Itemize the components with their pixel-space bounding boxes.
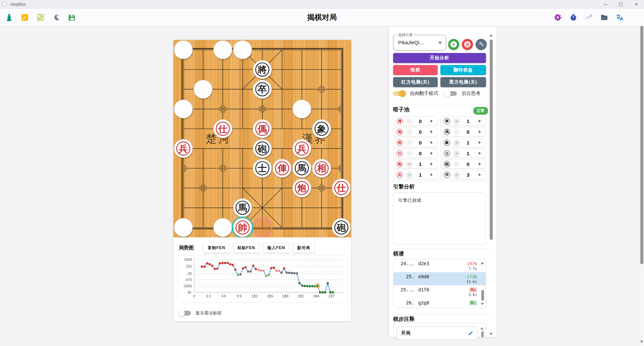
increment-button[interactable]: + — [476, 161, 483, 167]
increment-button[interactable]: + — [428, 150, 434, 157]
decrement-button[interactable]: − — [406, 172, 413, 178]
chart-point[interactable] — [219, 262, 221, 265]
chart-point[interactable] — [260, 270, 262, 272]
chart-point[interactable] — [247, 270, 249, 273]
chart-point[interactable] — [306, 285, 308, 287]
free-flip-mode-toggle[interactable] — [393, 91, 405, 96]
piece-black[interactable]: 馬 — [233, 198, 253, 218]
engine-analysis-box[interactable]: 引擎已就绪 — [393, 192, 486, 245]
chart-point[interactable] — [301, 284, 303, 287]
decrement-button[interactable]: − — [453, 150, 460, 157]
save-icon[interactable] — [68, 13, 76, 22]
chart-point[interactable] — [273, 267, 275, 269]
chart-point[interactable] — [245, 266, 247, 269]
flip-board-button[interactable]: 翻转棋盘 — [440, 65, 486, 75]
chart-point[interactable] — [298, 282, 301, 285]
main-scroll-down-icon[interactable] — [640, 341, 643, 343]
chart-point[interactable] — [288, 272, 290, 274]
engine-stop-button[interactable] — [462, 39, 473, 50]
piece-black[interactable]: 馬 — [292, 159, 312, 179]
chart-point[interactable] — [209, 263, 211, 266]
chart-point[interactable] — [332, 291, 334, 294]
chart-point[interactable] — [229, 263, 231, 266]
hidden-piece[interactable] — [214, 218, 233, 237]
increment-button[interactable]: + — [428, 172, 434, 178]
chart-point[interactable] — [293, 272, 296, 274]
piece-red[interactable]: 仕 — [332, 179, 351, 198]
increment-button[interactable]: + — [476, 129, 483, 135]
chart-point[interactable] — [226, 262, 229, 264]
decrement-button[interactable]: − — [453, 118, 460, 124]
engine-play-button[interactable] — [448, 39, 459, 50]
increment-button[interactable]: + — [476, 150, 483, 157]
main-scrollbar-track[interactable] — [639, 9, 644, 346]
piece-red[interactable]: 帥 — [232, 217, 253, 237]
chart-point[interactable] — [214, 268, 216, 270]
piece-red[interactable]: 炮 — [292, 179, 312, 198]
increment-button[interactable]: + — [428, 139, 434, 146]
decrement-button[interactable]: − — [406, 161, 413, 167]
timer-icon[interactable] — [569, 13, 578, 22]
decrement-button[interactable]: − — [406, 139, 413, 146]
chart-point[interactable] — [239, 273, 241, 276]
chart-point[interactable] — [242, 267, 244, 270]
input-fen-button[interactable]: 输入FEN — [263, 243, 289, 253]
chess-piece-icon[interactable] — [5, 13, 13, 22]
chart-point[interactable] — [324, 291, 326, 294]
decrement-button[interactable]: − — [453, 139, 460, 146]
annotation-scroll-up-icon[interactable] — [480, 327, 484, 330]
chart-point[interactable] — [250, 270, 252, 273]
chart-point[interactable] — [255, 268, 257, 270]
trend-chart-icon[interactable] — [584, 13, 593, 22]
maximize-button[interactable] — [613, 0, 629, 8]
chart-point[interactable] — [265, 275, 267, 277]
move-row[interactable]: 24...d2e319767.7s — [393, 259, 486, 272]
paste-fen-button[interactable]: 粘贴FEN — [233, 243, 260, 253]
undo-move-button[interactable]: 悔棋 — [393, 65, 438, 75]
chart-point[interactable] — [221, 262, 224, 264]
chart-point[interactable] — [216, 268, 218, 270]
piece-red[interactable]: 傌 — [253, 120, 272, 139]
copy-fen-button[interactable]: 复制FEN — [203, 243, 230, 253]
edit-icon[interactable] — [20, 13, 29, 22]
increment-button[interactable]: + — [428, 118, 434, 124]
hidden-piece[interactable] — [174, 100, 193, 120]
hidden-piece[interactable] — [214, 41, 233, 60]
chart-point[interactable] — [203, 266, 206, 268]
evaluation-chart[interactable]: 1643231-35-475-3266M-0336699121215151818… — [178, 255, 347, 303]
decrement-button[interactable]: − — [453, 172, 460, 178]
red-ai-button[interactable]: 红方电脑(关) — [393, 77, 438, 87]
increment-button[interactable]: + — [476, 172, 483, 178]
chart-point[interactable] — [280, 272, 283, 274]
hidden-piece[interactable] — [174, 41, 193, 60]
piece-red[interactable]: 相 — [312, 159, 331, 179]
increment-button[interactable]: + — [476, 118, 483, 124]
move-list[interactable]: 24...d2e319767.7s25.e0d0-173613.6s25...d… — [393, 259, 486, 308]
move-list-scrollbar[interactable] — [481, 290, 484, 301]
close-button[interactable]: ✕ — [629, 0, 644, 8]
chart-point[interactable] — [206, 262, 208, 265]
increment-button[interactable]: + — [476, 139, 483, 146]
decrement-button[interactable]: − — [406, 118, 413, 124]
background-think-toggle[interactable] — [445, 91, 457, 96]
decrement-button[interactable]: − — [406, 150, 413, 157]
decrement-button[interactable]: − — [453, 161, 460, 167]
chart-point[interactable] — [290, 272, 293, 274]
chart-point[interactable] — [275, 270, 278, 272]
grid-layout-icon[interactable] — [36, 13, 45, 22]
move-row[interactable]: 25...d1f0M+3.6s — [393, 285, 486, 298]
move-list-scroll-up-icon[interactable] — [481, 262, 484, 264]
increment-button[interactable]: + — [428, 129, 434, 135]
xiangqi-board[interactable]: 楚河漢界將卒仕傌象兵砲兵士俥馬相炮仕馬帥砲 — [173, 40, 351, 237]
chart-point[interactable] — [224, 262, 226, 264]
chart-point[interactable] — [201, 266, 203, 268]
piece-black[interactable]: 砲 — [253, 139, 272, 159]
chart-point[interactable] — [283, 267, 285, 270]
main-scrollbar[interactable] — [640, 16, 643, 264]
chart-point[interactable] — [211, 265, 213, 267]
annotation-item[interactable]: 开局 — [397, 327, 478, 340]
chart-point[interactable] — [319, 291, 321, 294]
annotation-scrollbar[interactable] — [481, 331, 484, 337]
piece-black[interactable]: 卒 — [253, 80, 272, 100]
new-game-button[interactable]: 新对局 — [293, 243, 315, 253]
